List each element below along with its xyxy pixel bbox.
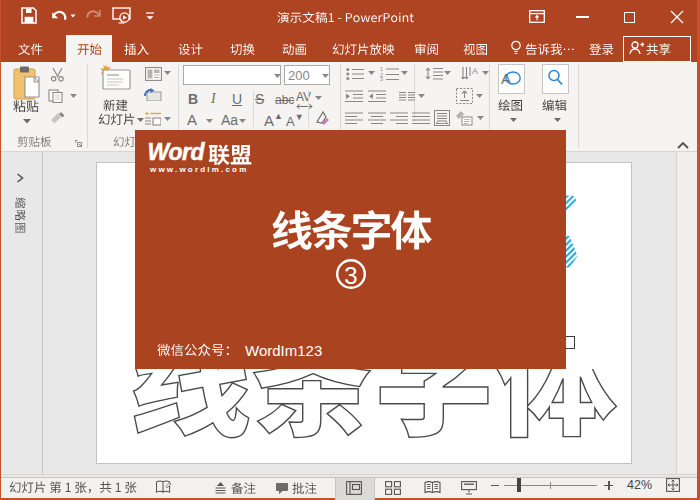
svg-text:A: A <box>472 66 478 76</box>
svg-text:3: 3 <box>380 76 383 81</box>
svg-text:3: 3 <box>344 262 357 289</box>
